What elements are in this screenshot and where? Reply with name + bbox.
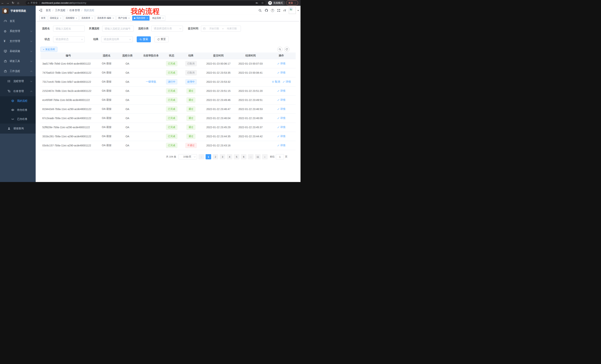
sidebar-toggle-icon[interactable] [39, 8, 43, 12]
status-select[interactable]: 请选择状态 [53, 36, 85, 42]
detail-button[interactable]: 详情 [277, 144, 285, 147]
back-icon[interactable]: ← [0, 1, 5, 5]
next-page-button[interactable]: › [262, 154, 268, 159]
tab-my-process[interactable]: 我的流程× [132, 16, 150, 21]
password-key-icon[interactable] [255, 1, 259, 5]
page-button[interactable]: 5 [234, 154, 239, 159]
start-date-placeholder[interactable]: 开始日期 [207, 27, 221, 30]
breadcrumb-home[interactable]: 首页 [46, 9, 51, 12]
avatar-caret-icon[interactable]: ▾ [298, 9, 299, 12]
tab-close-icon[interactable]: × [128, 17, 130, 19]
page-button[interactable]: 1 [206, 154, 211, 159]
font-size-icon[interactable]: TT [283, 9, 286, 12]
detail-button[interactable]: 详情 [277, 107, 285, 111]
end-date-placeholder[interactable]: 结束日期 [225, 27, 239, 30]
github-icon[interactable] [265, 9, 268, 12]
fullscreen-icon[interactable] [277, 9, 280, 12]
filter-process: 所属流程 [88, 26, 134, 31]
url-path: /bpm/task/my [72, 1, 86, 4]
sidebar-item-home[interactable]: 首页 [0, 16, 36, 26]
process-definition-input[interactable] [102, 26, 134, 31]
page-jump-input[interactable] [276, 154, 284, 159]
sidebar-item-done-task[interactable]: 已办任务 [0, 115, 36, 124]
help-icon[interactable]: ? [271, 9, 274, 12]
cancel-button[interactable]: 取消 [272, 80, 280, 84]
sidebar-item-system[interactable]: ⚙ 系统管理 [0, 26, 36, 36]
tab-close-icon[interactable]: × [76, 17, 77, 19]
create-process-button[interactable]: + 发起流程 [40, 47, 57, 52]
refresh-table-button[interactable] [284, 47, 289, 52]
home-icon[interactable]: ⌂ [16, 1, 21, 5]
sidebar-item-todo-task[interactable]: 待办任务 [0, 105, 36, 115]
date-range-picker[interactable]: 开始日期 - 结束日期 [201, 26, 241, 31]
forward-icon[interactable]: → [5, 1, 10, 5]
sidebar-item-workflow[interactable]: 工作流程 [0, 66, 36, 76]
omnibox-divider [40, 2, 40, 4]
sidebar: 芋道管理系统 首页 ⚙ 系统管理 ¥ 支付管理 基础设施 研发工具 工作 [0, 6, 36, 182]
category-select[interactable]: 请选择流程分类 [151, 26, 183, 31]
sidebar-item-devtools[interactable]: 研发工具 [0, 56, 36, 66]
sidebar-item-task-mgmt[interactable]: 任务管理 [0, 86, 36, 96]
page-button[interactable]: 3 [220, 154, 225, 159]
reload-icon[interactable]: ↻ [10, 1, 16, 5]
more-pages-button[interactable]: ··· [248, 154, 253, 159]
detail-button[interactable]: 详情 [277, 126, 285, 129]
search-icon[interactable] [258, 9, 262, 12]
page-button[interactable]: 2 [213, 154, 218, 159]
process-name-input[interactable] [53, 26, 85, 31]
sidebar-item-process-mgmt[interactable]: 流程管理 [0, 76, 36, 86]
address-bar[interactable]: ⚠ 不安全 dashboard.yudao.iocoder.cn /bpm/ta… [26, 1, 266, 5]
detail-button[interactable]: 详情 [277, 116, 285, 120]
incognito-label: 无痕模式 [273, 1, 283, 5]
toggle-search-button[interactable] [277, 47, 282, 52]
tab-process-form-edit[interactable]: 流程表单-编辑× [95, 16, 116, 21]
sidebar-item-infra[interactable]: 基础设施 [0, 46, 36, 56]
page-button[interactable]: 11 [255, 154, 260, 159]
sidebar-item-pay[interactable]: ¥ 支付管理 [0, 36, 36, 46]
tab-close-icon[interactable]: × [91, 17, 93, 19]
bookmark-star-icon[interactable]: ☆ [261, 1, 264, 5]
current-task-link[interactable]: 一级审批 [146, 80, 156, 84]
page-button[interactable]: 6 [241, 154, 246, 159]
trash-icon [272, 81, 274, 83]
page-size-select[interactable]: 10条/页 [179, 154, 197, 159]
security-label[interactable]: 不安全 [30, 1, 38, 5]
tab-process-model[interactable]: 流程模型× [64, 16, 79, 21]
tab-start-process[interactable]: 发起流程× [150, 16, 165, 21]
detail-button[interactable]: 详情 [277, 71, 285, 74]
prev-page-button[interactable]: ‹ [199, 154, 204, 159]
incognito-icon [268, 1, 272, 5]
browser-menu-kebab-icon[interactable]: ⋮ [294, 1, 296, 4]
breadcrumb-workflow[interactable]: 工作流程 [55, 9, 65, 12]
result-select[interactable]: 请选择流结果 [101, 36, 133, 42]
search-button[interactable]: 搜索 [137, 36, 151, 42]
detail-button[interactable]: 详情 [283, 80, 291, 84]
detail-button[interactable]: 详情 [277, 135, 285, 138]
tab-close-icon[interactable]: × [162, 17, 164, 19]
tab-close-icon[interactable]: × [112, 17, 114, 19]
yen-icon: ¥ [4, 39, 7, 43]
tab-process-form[interactable]: 流程表单× [80, 16, 95, 21]
status-badge: 已完成 [166, 143, 177, 148]
detail-button[interactable]: 详情 [277, 98, 285, 102]
tab-process-definition[interactable]: 流程定义× [48, 16, 63, 21]
calendar-icon [203, 27, 206, 30]
tab-close-icon[interactable]: × [60, 17, 61, 19]
table-row: 7470a810-7b9b-11ec-b5b7-acde48001122 OA … [40, 68, 296, 77]
reset-button[interactable]: 重置 [155, 36, 169, 42]
breadcrumb-task-mgmt[interactable]: 任务管理 [70, 9, 80, 12]
table-row: ec45f38f-7b9a-11ec-b03b-acde48001122 OA … [40, 95, 296, 105]
avatar[interactable] [289, 7, 296, 14]
table-row: 3ad174fb-7b9d-11ec-8404-acde48001122 OA … [40, 59, 296, 68]
detail-button[interactable]: 详情 [277, 62, 285, 65]
app-logo[interactable]: 芋道管理系统 [0, 6, 36, 16]
toolbox-icon [4, 59, 7, 63]
update-button[interactable]: 更新 ⋮ [286, 0, 298, 5]
tab-user-group[interactable]: 用户分组× [116, 16, 131, 21]
page-button[interactable]: 4 [227, 154, 232, 159]
detail-button[interactable]: 详情 [277, 89, 285, 93]
sidebar-item-my-process[interactable]: 我的流程 [0, 96, 36, 105]
tab-home[interactable]: 首页 [39, 16, 47, 21]
tab-close-icon[interactable]: × [147, 17, 148, 19]
sidebar-item-leave-query[interactable]: 请假查询 [0, 124, 36, 134]
